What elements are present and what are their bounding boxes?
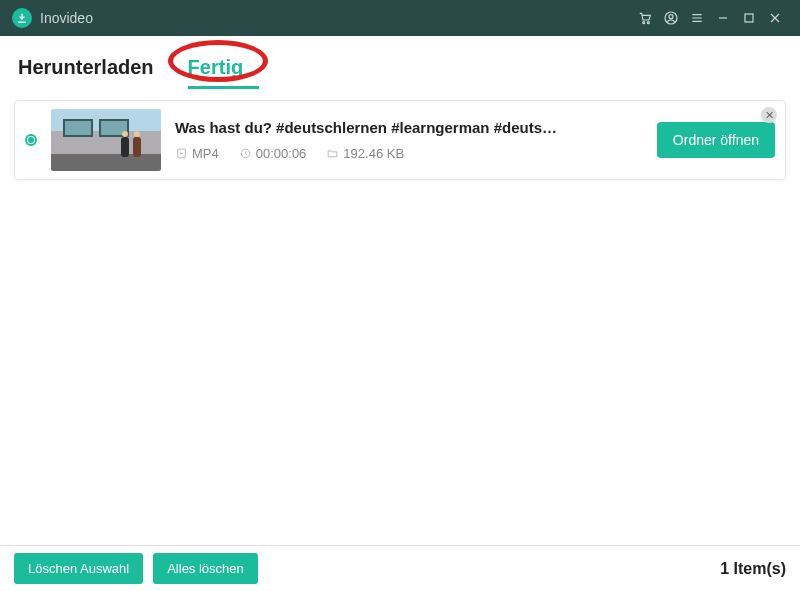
- download-arrow-icon: [16, 12, 28, 24]
- tabs: Herunterladen Fertig: [0, 36, 800, 90]
- svg-point-1: [647, 22, 649, 24]
- select-radio[interactable]: [25, 134, 37, 146]
- app-name: Inovideo: [40, 10, 93, 26]
- tab-done[interactable]: Fertig: [170, 44, 260, 89]
- clock-icon: [239, 147, 252, 160]
- remove-item-icon[interactable]: ✕: [761, 107, 777, 123]
- svg-point-0: [643, 22, 645, 24]
- svg-rect-4: [745, 14, 753, 22]
- meta-duration: 00:00:06: [239, 146, 307, 161]
- open-folder-button[interactable]: Ordner öffnen: [657, 122, 775, 158]
- app-logo: [12, 8, 32, 28]
- titlebar: Inovideo: [0, 0, 800, 36]
- size-value: 192.46 KB: [343, 146, 404, 161]
- tab-download[interactable]: Herunterladen: [18, 44, 170, 89]
- svg-point-3: [669, 15, 673, 19]
- download-item: Was hast du? #deutschlernen #learngerman…: [14, 100, 786, 180]
- menu-icon[interactable]: [684, 5, 710, 31]
- format-value: MP4: [192, 146, 219, 161]
- item-body: Was hast du? #deutschlernen #learngerman…: [175, 119, 657, 161]
- item-count: 1 Item(s): [720, 560, 786, 578]
- meta-format: MP4: [175, 146, 219, 161]
- minimize-icon[interactable]: [710, 5, 736, 31]
- close-icon[interactable]: [762, 5, 788, 31]
- footer: Löschen Auswahl Alles löschen 1 Item(s): [0, 545, 800, 591]
- folder-icon: [326, 147, 339, 160]
- delete-all-button[interactable]: Alles löschen: [153, 553, 258, 584]
- item-meta: MP4 00:00:06 192.46 KB: [175, 146, 657, 161]
- content-area: Was hast du? #deutschlernen #learngerman…: [0, 90, 800, 545]
- user-icon[interactable]: [658, 5, 684, 31]
- duration-value: 00:00:06: [256, 146, 307, 161]
- meta-size: 192.46 KB: [326, 146, 404, 161]
- maximize-icon[interactable]: [736, 5, 762, 31]
- video-file-icon: [175, 147, 188, 160]
- item-title: Was hast du? #deutschlernen #learngerman…: [175, 119, 657, 136]
- cart-icon[interactable]: [632, 5, 658, 31]
- delete-selection-button[interactable]: Löschen Auswahl: [14, 553, 143, 584]
- video-thumbnail: [51, 109, 161, 171]
